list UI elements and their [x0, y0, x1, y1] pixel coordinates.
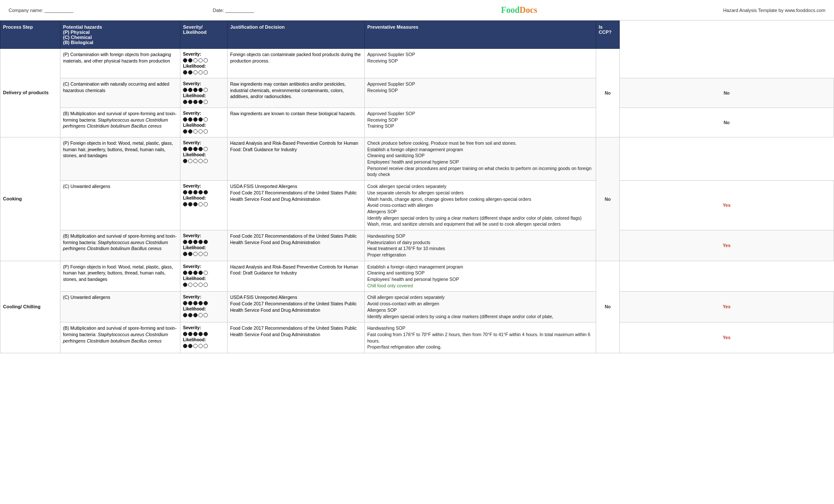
- col-header-process: Process Step: [0, 21, 60, 49]
- date-label: Date: ___________: [213, 8, 417, 13]
- logo: FoodDocs: [501, 5, 537, 15]
- process-step-cell: Delivery of products: [0, 49, 60, 137]
- table-row: Cooking(P) Foreign objects in food: Wood…: [0, 137, 834, 181]
- severity-cell: Severity:Likelihood:: [180, 181, 228, 230]
- justification-cell: Raw ingredients may contain antibiotics …: [228, 78, 365, 108]
- severity-cell: Severity:Likelihood:: [180, 78, 228, 108]
- table-row: (B) Multiplication and survival of spore…: [0, 230, 834, 261]
- logo-container: FoodDocs: [417, 5, 621, 15]
- table-row: (B) Multiplication and survival of spore…: [0, 322, 834, 353]
- hazard-cell: (P) Foreign objects in food: Wood, metal…: [60, 261, 180, 292]
- preventive-measures-cell: Chill allergen special orders separately…: [365, 292, 596, 322]
- is-ccp-cell: Yes: [620, 322, 834, 353]
- is-ccp-cell: Yes: [620, 181, 834, 230]
- severity-cell: Severity:Likelihood:: [180, 230, 228, 261]
- hazard-cell: (B) Multiplication and survival of spore…: [60, 230, 180, 261]
- table-row: (C) Unwanted allergensSeverity:Likelihoo…: [0, 181, 834, 230]
- page-header: Company name: ___________ Date: ________…: [0, 0, 834, 21]
- table-header-row: Process Step Potential hazards(P) Physic…: [0, 21, 834, 49]
- severity-cell: Severity:Likelihood:: [180, 108, 228, 137]
- hazard-cell: (B) Multiplication and survival of spore…: [60, 108, 180, 137]
- severity-cell: Severity:Likelihood:: [180, 292, 228, 322]
- justification-cell: Food Code 2017 Recommendations of the Un…: [228, 230, 365, 261]
- preventive-measures-cell: Establish a foreign object management pr…: [365, 261, 596, 292]
- hazard-cell: (P) Foreign objects in food: Wood, metal…: [60, 137, 180, 181]
- preventive-measures-cell: Approved Supplier SOPReceiving SOPTraini…: [365, 108, 596, 137]
- is-ccp-cell: Yes: [620, 230, 834, 261]
- is-ccp-cell: No: [596, 49, 620, 137]
- hazard-cell: (P) Contamination with foreign objects f…: [60, 49, 180, 78]
- is-ccp-cell: No: [620, 108, 834, 137]
- justification-cell: Hazard Analysis and Risk-Based Preventiv…: [228, 137, 365, 181]
- hazard-cell: (B) Multiplication and survival of spore…: [60, 322, 180, 353]
- col-header-preventive: Preventative Measures: [365, 21, 596, 49]
- preventive-measures-cell: Approved Supplier SOPReceiving SOP: [365, 78, 596, 108]
- justification-cell: Raw ingredients are known to contain the…: [228, 108, 365, 137]
- col-header-justification: Justification of Decision: [228, 21, 365, 49]
- tagline: Hazard Analysis Template by www.fooddocs…: [621, 8, 826, 13]
- col-header-severity: Severity/Likelihood: [180, 21, 228, 49]
- col-header-hazards: Potential hazards(P) Physical(C) Chemica…: [60, 21, 180, 49]
- hazard-cell: (C) Unwanted allergens: [60, 292, 180, 322]
- justification-cell: Foreign objects can contaminate packed f…: [228, 49, 365, 78]
- severity-cell: Severity:Likelihood:: [180, 137, 228, 181]
- justification-cell: USDA FSIS Unreported Allergens Food Code…: [228, 181, 365, 230]
- table-row: (C) Unwanted allergensSeverity:Likelihoo…: [0, 292, 834, 322]
- company-label: Company name: ___________: [9, 8, 213, 13]
- severity-cell: Severity:Likelihood:: [180, 261, 228, 292]
- preventive-measures-cell: Check produce before cooking. Produce mu…: [365, 137, 596, 181]
- process-step-cell: Cooling/ Chilling: [0, 261, 60, 353]
- process-step-cell: Cooking: [0, 137, 60, 261]
- severity-cell: Severity:Likelihood:: [180, 49, 228, 78]
- is-ccp-cell: No: [596, 137, 620, 261]
- is-ccp-cell: No: [620, 78, 834, 108]
- hazard-cell: (C) Contamination with naturally occurri…: [60, 78, 180, 108]
- preventive-measures-cell: Handwashing SOPFast cooling from 176°F t…: [365, 322, 596, 353]
- justification-cell: USDA FSIS Unreported Allergens Food Code…: [228, 292, 365, 322]
- hazard-analysis-table: Process Step Potential hazards(P) Physic…: [0, 21, 834, 353]
- severity-cell: Severity:Likelihood:: [180, 322, 228, 353]
- preventive-measures-cell: Cook allergen special orders separatelyU…: [365, 181, 596, 230]
- justification-cell: Hazard Analysis and Risk-Based Preventiv…: [228, 261, 365, 292]
- table-row: (B) Multiplication and survival of spore…: [0, 108, 834, 137]
- hazard-cell: (C) Unwanted allergens: [60, 181, 180, 230]
- table-row: (C) Contamination with naturally occurri…: [0, 78, 834, 108]
- preventive-measures-cell: Approved Supplier SOPReceiving SOP: [365, 49, 596, 78]
- table-row: Cooling/ Chilling(P) Foreign objects in …: [0, 261, 834, 292]
- is-ccp-cell: Yes: [620, 292, 834, 322]
- justification-cell: Food Code 2017 Recommendations of the Un…: [228, 322, 365, 353]
- table-row: Delivery of products(P) Contamination wi…: [0, 49, 834, 78]
- is-ccp-cell: No: [596, 261, 620, 353]
- col-header-ccp: Is CCP?: [596, 21, 620, 49]
- preventive-measures-cell: Handwashing SOPPasteurization of dairy p…: [365, 230, 596, 261]
